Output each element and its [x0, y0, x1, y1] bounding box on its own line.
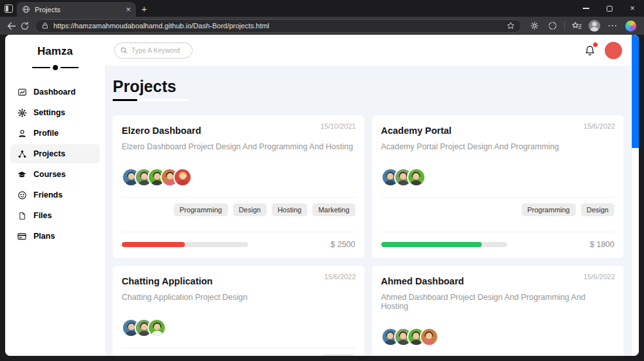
project-date: 15/6/2022 — [325, 273, 356, 281]
project-date: 15/6/2022 — [583, 273, 615, 281]
window-controls: × — [574, 0, 644, 17]
friends-icon — [17, 190, 27, 200]
browser-tab[interactable]: Projects × — [17, 2, 136, 17]
settings-menu-button[interactable] — [605, 18, 620, 33]
tab-close-icon[interactable]: × — [126, 5, 131, 14]
project-title: Academy Portal — [381, 125, 615, 136]
header-actions — [584, 42, 622, 59]
project-card[interactable]: 15/6/2022 Chatting Application Chatting … — [113, 266, 365, 356]
search-box[interactable] — [114, 42, 193, 59]
team-member-avatar — [147, 319, 166, 337]
project-title: Ahmed Dashboard — [381, 276, 615, 286]
sidebar-item-label: Friends — [33, 190, 62, 199]
close-window-button[interactable]: × — [621, 0, 644, 17]
tab-actions-button[interactable] — [0, 0, 17, 17]
tag-chip: Hosting — [272, 203, 307, 216]
new-tab-button[interactable]: + — [136, 0, 153, 17]
sidebar-item-files[interactable]: Files — [10, 206, 100, 225]
sidebar-item-label: Projects — [33, 149, 65, 158]
sidebar-item-settings[interactable]: Settings — [10, 103, 100, 122]
progress-fill — [122, 242, 185, 247]
project-tags: ProgrammingDesign — [381, 198, 615, 222]
tab-actions-icon — [5, 5, 13, 13]
sidebar-item-plans[interactable]: Plans — [10, 227, 100, 246]
page-scrollbar[interactable] — [631, 35, 639, 356]
sidebar-item-friends[interactable]: Friends — [10, 185, 100, 205]
sidebar-item-courses[interactable]: Courses — [10, 165, 100, 184]
progress-bar — [381, 242, 507, 247]
bookmark-star-icon[interactable] — [506, 21, 515, 30]
maximize-button[interactable] — [598, 0, 621, 17]
tag-chip: Programming — [522, 203, 576, 216]
sidebar-item-label: Profile — [33, 129, 59, 138]
search-input[interactable] — [131, 46, 183, 54]
minimize-icon — [583, 8, 589, 9]
sidebar-item-label: Settings — [33, 108, 65, 117]
plans-icon — [17, 232, 27, 241]
profile-icon — [17, 129, 27, 138]
main-column: Projects 15/10/2021 Elzero Dashboard Elz… — [105, 35, 631, 356]
project-tags: ProgrammingDesignHostingMarketing — [122, 198, 355, 222]
minimize-button[interactable] — [574, 0, 598, 17]
maximize-icon — [607, 6, 612, 12]
page-viewport: Hamza Dashboard Settings Profile Project… — [5, 35, 639, 356]
copilot-button[interactable] — [623, 18, 638, 33]
gear-flower-icon — [529, 21, 540, 31]
project-team — [122, 168, 355, 187]
notification-dot — [593, 42, 598, 47]
team-member-avatar — [407, 168, 426, 187]
notifications-button[interactable] — [584, 44, 596, 56]
project-card[interactable]: 15/10/2021 Elzero Dashboard Elzero Dashb… — [113, 115, 365, 258]
url-text[interactable]: https://hamzamahmoudaboalhamd.github.io/… — [53, 22, 502, 30]
search-icon — [120, 47, 128, 54]
user-avatar[interactable] — [605, 42, 622, 59]
top-header — [105, 35, 631, 66]
tag-chip: Marketing — [312, 203, 355, 216]
content-area: Projects 15/10/2021 Elzero Dashboard Elz… — [105, 66, 631, 356]
favorites-button[interactable] — [569, 18, 584, 33]
sidebar-item-projects[interactable]: Projects — [10, 144, 100, 163]
project-card[interactable]: 15/6/2022 Academy Portal Academy Portal … — [372, 115, 624, 258]
sidebar: Hamza Dashboard Settings Profile Project… — [5, 35, 105, 356]
progress-bar — [122, 242, 248, 247]
toolbar-icon-cluster — [527, 18, 638, 33]
progress-fill — [381, 242, 482, 247]
browser-profile-button[interactable] — [587, 18, 602, 33]
projects-grid: 15/10/2021 Elzero Dashboard Elzero Dashb… — [113, 115, 623, 356]
globe-favicon-icon — [22, 5, 30, 14]
project-description: Elzero Dashboard Project Design And Prog… — [122, 142, 355, 151]
settings-icon — [17, 108, 27, 118]
dashboard-icon — [17, 88, 27, 97]
copilot-icon — [625, 21, 636, 32]
team-member-avatar — [420, 328, 439, 346]
project-footer: $ 1800 — [381, 240, 615, 249]
refresh-button[interactable] — [19, 18, 30, 33]
files-icon — [17, 211, 27, 221]
team-member-avatar — [173, 168, 192, 187]
project-description: Ahmed Dashboard Project Design And Progr… — [381, 293, 615, 311]
page-title: Projects — [113, 76, 182, 105]
card-divider — [122, 232, 355, 232]
browser-toolbar: https://hamzamahmoudaboalhamd.github.io/… — [0, 17, 644, 35]
project-footer: $ 2500 — [122, 240, 355, 249]
sidebar-item-label: Files — [33, 211, 52, 220]
site-lock-icon[interactable] — [41, 22, 49, 30]
tag-chip: Programming — [174, 203, 228, 216]
sidebar-item-dashboard[interactable]: Dashboard — [10, 82, 100, 102]
extensions-button[interactable] — [527, 18, 542, 33]
project-team — [381, 328, 615, 347]
favorites-star-icon — [571, 21, 582, 32]
project-price: $ 2500 — [330, 240, 355, 249]
back-button[interactable] — [6, 18, 17, 33]
address-bar[interactable]: https://hamzamahmoudaboalhamd.github.io/… — [35, 19, 522, 33]
cookie-extension-button[interactable] — [545, 18, 560, 33]
project-team — [381, 168, 615, 187]
project-team — [122, 319, 355, 338]
sidebar-item-label: Dashboard — [33, 88, 75, 97]
sidebar-item-profile[interactable]: Profile — [10, 124, 100, 143]
project-card[interactable]: 15/6/2022 Ahmed Dashboard Ahmed Dashboar… — [372, 266, 624, 356]
sidebar-nav: Dashboard Settings Profile Projects Cour… — [5, 82, 105, 246]
project-title: Chatting Application — [122, 276, 355, 286]
project-price: $ 1800 — [590, 240, 614, 249]
scrollbar-thumb[interactable] — [632, 35, 639, 148]
